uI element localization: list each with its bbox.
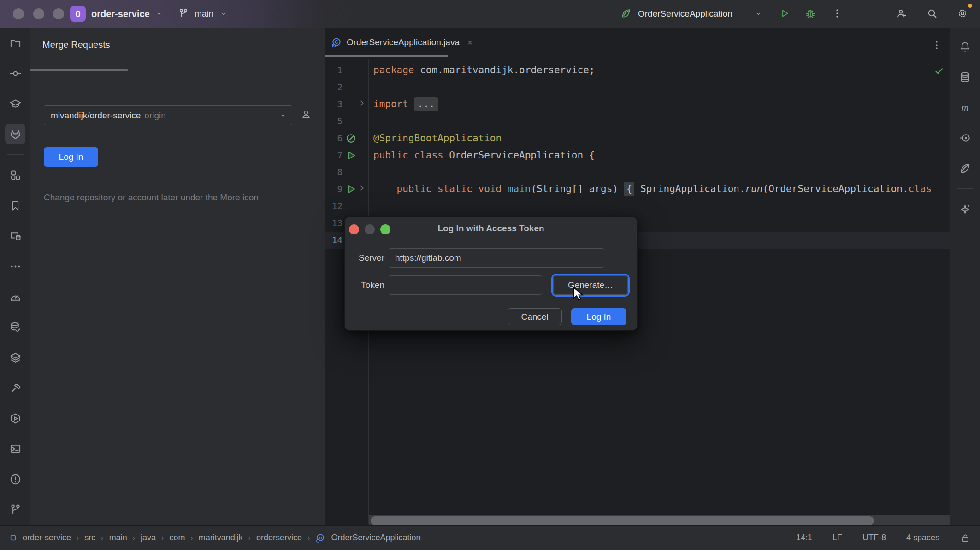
mouse-cursor [572, 287, 585, 304]
more-actions-button[interactable] [832, 8, 843, 19]
account-icon[interactable] [301, 109, 312, 120]
spring-bean-gutter-icon[interactable] [345, 133, 357, 144]
horizontal-scrollbar-track[interactable] [369, 515, 950, 525]
close-tab-icon[interactable] [466, 39, 474, 47]
line-ending-widget[interactable]: LF [832, 533, 842, 543]
run-button[interactable] [779, 8, 790, 19]
tool-strip-item-commit[interactable] [0, 58, 30, 88]
more-tool-windows-icon [9, 260, 22, 273]
fold-arrow-icon[interactable] [357, 99, 366, 108]
chevron-down-icon [754, 10, 762, 18]
horizontal-scrollbar-thumb[interactable] [371, 516, 874, 525]
line-number: 7 [325, 147, 342, 164]
tool-strip-item-build[interactable] [0, 373, 30, 403]
line-number: 2 [325, 79, 342, 96]
project-widget[interactable]: order-service [91, 0, 150, 28]
branch-widget[interactable]: main [195, 0, 213, 28]
tool-strip-item-gitlab-merge-requests[interactable] [0, 119, 30, 149]
tool-strip-item-terminal[interactable] [0, 433, 30, 464]
settings-notification-dot [968, 4, 972, 8]
encoding-widget[interactable]: UTF-8 [862, 533, 886, 543]
server-input[interactable] [389, 248, 604, 268]
token-input[interactable] [389, 275, 542, 295]
code-line-2[interactable]: 2 [325, 79, 950, 96]
tool-strip-item-more-tool-windows[interactable] [0, 251, 30, 281]
writable-lock-icon[interactable] [960, 532, 971, 544]
run-configuration-widget[interactable]: OrderServiceApplication [638, 0, 732, 28]
fold-arrow-icon[interactable] [357, 183, 366, 193]
branch-icon [178, 8, 189, 19]
breadcrumb-item[interactable]: order-service [23, 533, 71, 543]
title-bar: 0 order-service main OrderServiceApplica… [0, 0, 980, 28]
tool-strip-item-project[interactable] [0, 28, 30, 58]
code-line-1[interactable]: 1package com.maritvandijk.orderservice; [325, 62, 950, 79]
cancel-button[interactable]: Cancel [508, 308, 562, 325]
tool-strip-item-version-control[interactable] [0, 494, 30, 525]
tool-strip-item-problems[interactable] [0, 464, 30, 494]
breadcrumb-item[interactable]: java [141, 533, 156, 543]
code-line-8[interactable]: 8 [325, 164, 950, 181]
tool-strip-item-database[interactable] [950, 62, 980, 92]
code-line-5[interactable]: 5 [325, 113, 950, 130]
tool-window-tab-indicator [30, 69, 128, 71]
line-number: 9 [325, 181, 342, 198]
breadcrumb-item[interactable]: orderservice [256, 533, 302, 543]
settings-button[interactable] [957, 8, 968, 19]
indent-widget[interactable]: 4 spaces [906, 533, 939, 543]
run-gutter-icon[interactable] [345, 150, 357, 161]
code-line-9[interactable]: 9 public static void main(String[] args)… [325, 181, 950, 198]
code-with-me-button[interactable] [896, 8, 907, 19]
profiler-icon [9, 291, 22, 303]
editor-options-button[interactable] [931, 40, 942, 51]
tool-strip-item-profiler[interactable] [0, 281, 30, 312]
caret-position-widget[interactable]: 14:1 [796, 533, 812, 543]
breadcrumb-separator: › [77, 534, 79, 542]
dialog-login-button[interactable]: Log In [571, 308, 626, 325]
breadcrumb-item[interactable]: src [84, 533, 95, 543]
breadcrumb[interactable]: order-service›src›main›java›com›maritvan… [9, 533, 421, 543]
tool-strip-item-data-sources[interactable] [0, 312, 30, 342]
code-line-3[interactable]: 3import ... [325, 96, 950, 113]
tool-strip-item-layers[interactable] [0, 342, 30, 373]
tool-strip-item-endpoints[interactable] [950, 123, 980, 153]
status-bar: order-service›src›main›java›com›maritvan… [0, 525, 980, 550]
tool-strip-item-learn[interactable] [0, 88, 30, 119]
spring-icon [959, 162, 971, 175]
tool-window-login-button[interactable]: Log In [44, 147, 98, 167]
breadcrumb-item[interactable]: main [109, 533, 127, 543]
bookmarks-icon [9, 199, 22, 212]
repository-combobox[interactable]: mlvandijk/order-service origin [44, 105, 292, 125]
window-close-button[interactable] [13, 8, 24, 19]
breadcrumb-item[interactable]: OrderServiceApplication [331, 533, 420, 543]
line-number: 6 [325, 130, 342, 147]
tool-strip-item-ai-assistant[interactable] [950, 194, 980, 224]
tool-window-hint-text: Change repository or account later under… [44, 193, 259, 203]
window-zoom-button[interactable] [53, 8, 64, 19]
window-minimize-button[interactable] [33, 8, 44, 19]
code-line-12[interactable]: 12 [325, 198, 950, 215]
code-line-6[interactable]: 6@SpringBootApplication [325, 130, 950, 147]
code-line-7[interactable]: 7public class OrderServiceApplication { [325, 147, 950, 164]
search-everywhere-button[interactable] [927, 8, 938, 19]
code-text: import ... [373, 96, 438, 113]
breadcrumb-item[interactable]: maritvandijk [199, 533, 243, 543]
left-tool-strip [0, 28, 31, 525]
generate-token-button[interactable]: Generate… [553, 275, 628, 295]
version-control-icon [9, 503, 22, 516]
breadcrumb-item[interactable]: com [169, 533, 185, 543]
services-icon [9, 412, 22, 425]
tool-strip-item-notifications[interactable] [950, 31, 980, 62]
tool-strip-item-spring[interactable] [950, 153, 980, 183]
debug-button[interactable] [805, 8, 816, 19]
tool-strip-item-maven[interactable]: m [950, 92, 980, 123]
tool-strip-item-services[interactable] [0, 403, 30, 433]
tool-strip-item-structure[interactable] [0, 160, 30, 190]
tool-strip-item-database-changes[interactable] [0, 221, 30, 251]
run-gutter-icon[interactable] [345, 183, 357, 195]
editor-tab[interactable]: C OrderServiceApplication.java [325, 28, 480, 57]
problems-icon [9, 473, 22, 486]
tool-strip-item-bookmarks[interactable] [0, 190, 30, 221]
breadcrumb-separator: › [307, 534, 310, 542]
build-icon [9, 382, 22, 394]
repository-combobox-value: mlvandijk/order-service [44, 111, 141, 121]
